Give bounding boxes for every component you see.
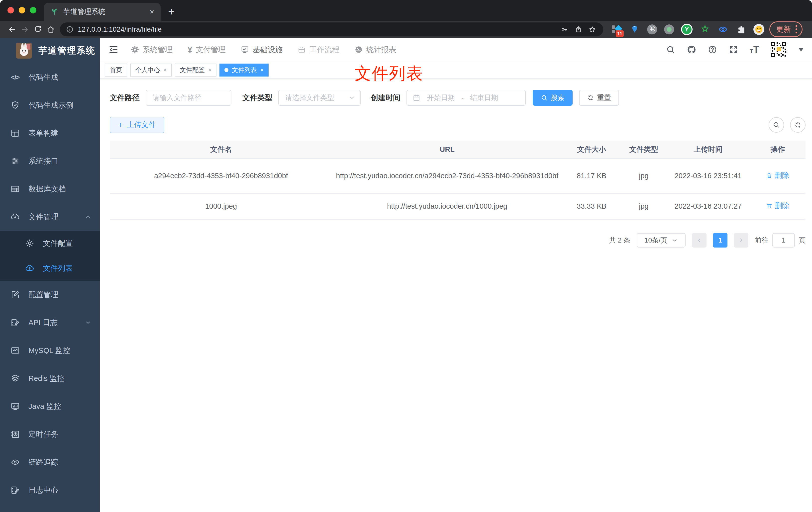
font-size-icon[interactable]: TT xyxy=(750,45,759,54)
tag-profile[interactable]: 个人中心 × xyxy=(130,64,172,77)
file-type-select[interactable]: 请选择文件类型 xyxy=(278,90,360,106)
new-tab-icon[interactable]: + xyxy=(168,6,175,17)
file-management-submenu: 文件配置 文件列表 xyxy=(0,231,100,281)
tag-home[interactable]: 首页 xyxy=(105,64,127,77)
sidebar-item-system-api[interactable]: 系统接口 xyxy=(0,147,100,175)
extension-star-icon[interactable] xyxy=(699,24,710,35)
tag-file-list[interactable]: 文件列表 × xyxy=(220,64,269,77)
sidebar-item-java-monitor[interactable]: Java 监控 xyxy=(0,392,100,420)
tag-close-icon[interactable]: × xyxy=(260,67,264,73)
extension-command-icon[interactable]: ⌘ xyxy=(647,24,657,34)
file-path-input[interactable] xyxy=(146,90,231,106)
toggle-search-button[interactable] xyxy=(768,117,784,132)
table-header-row: 文件名 URL 文件大小 文件类型 上传时间 操作 xyxy=(110,141,806,158)
sidebar-item-api-log[interactable]: API 日志 xyxy=(0,309,100,336)
sidebar-collapse-icon[interactable] xyxy=(108,44,119,55)
end-date-placeholder[interactable]: 结束日期 xyxy=(470,93,498,102)
top-nav-label: 工作流程 xyxy=(310,44,340,55)
sidebar-item-label: 代码生成示例 xyxy=(28,100,73,111)
current-page-button[interactable]: 1 xyxy=(713,233,727,247)
file-type-label: 文件类型 xyxy=(242,93,272,103)
delete-button[interactable]: 删除 xyxy=(766,200,789,212)
address-bar[interactable]: 127.0.0.1:1024/infra/file/file xyxy=(60,23,603,36)
tag-file-config[interactable]: 文件配置 × xyxy=(175,64,216,77)
url-text[interactable]: 127.0.0.1:1024/infra/file/file xyxy=(78,25,555,33)
sidebar-item-form-builder[interactable]: 表单构建 xyxy=(0,119,100,147)
app-title: 芋道管理系统 xyxy=(38,44,95,57)
sidebar-item-code-generation[interactable]: </> 代码生成 xyxy=(0,63,100,91)
top-nav-reports[interactable]: 统计报表 xyxy=(354,44,396,55)
sidebar-item-db-doc[interactable]: 数据库文档 xyxy=(0,175,100,203)
gear-icon xyxy=(131,46,139,54)
trash-icon xyxy=(766,203,773,209)
favicon-leaf-icon xyxy=(50,8,58,16)
window-minimize-button[interactable] xyxy=(19,7,25,13)
browser-menu-icon[interactable] xyxy=(795,25,797,33)
fullscreen-icon[interactable] xyxy=(729,45,738,54)
sidebar-item-file-config[interactable]: 文件配置 xyxy=(0,231,100,256)
window-close-button[interactable] xyxy=(7,7,14,13)
date-range-picker[interactable]: 开始日期 - 结束日期 xyxy=(406,90,526,106)
help-icon[interactable] xyxy=(708,45,717,54)
cell-file-size: 81.17 KB xyxy=(562,158,621,193)
refresh-table-button[interactable] xyxy=(790,117,806,132)
extension-eye-icon[interactable] xyxy=(718,24,728,35)
top-nav-payment[interactable]: ¥ 支付管理 xyxy=(187,44,226,55)
start-date-placeholder[interactable]: 开始日期 xyxy=(427,93,455,102)
update-button[interactable]: 更新 xyxy=(770,22,803,37)
next-page-button[interactable] xyxy=(734,233,748,247)
eye-icon xyxy=(10,457,20,467)
tag-close-icon[interactable]: × xyxy=(164,67,167,73)
top-nav-workflow[interactable]: 工作流程 xyxy=(297,44,340,55)
user-avatar-qr[interactable] xyxy=(771,41,787,58)
sidebar-item-tracing[interactable]: 链路追踪 xyxy=(0,448,100,476)
sidebar-logo[interactable]: 芋道管理系统 xyxy=(0,38,100,63)
extension-dict-icon[interactable]: 11 xyxy=(611,24,622,35)
tab-close-icon[interactable]: × xyxy=(150,7,154,16)
sidebar-item-label: 配置管理 xyxy=(28,290,58,300)
table-row: a294ecb2-73dd-4353-bf40-296b8931d0bf htt… xyxy=(110,158,806,193)
sidebar-item-log-center[interactable]: 日志中心 xyxy=(0,476,100,504)
home-icon[interactable] xyxy=(45,23,57,36)
sidebar-item-config-management[interactable]: 配置管理 xyxy=(0,281,100,309)
bookmark-star-icon[interactable] xyxy=(587,24,597,34)
sidebar-item-file-list[interactable]: 文件列表 xyxy=(0,256,100,281)
delete-button[interactable]: 删除 xyxy=(766,170,789,181)
top-nav-system[interactable]: 系统管理 xyxy=(131,44,173,55)
back-icon[interactable] xyxy=(5,23,19,36)
site-info-icon[interactable] xyxy=(66,25,74,33)
search-icon[interactable] xyxy=(666,45,675,54)
github-icon[interactable] xyxy=(687,45,696,54)
top-nav-infrastructure[interactable]: 基础设施 xyxy=(241,44,283,55)
password-key-icon[interactable] xyxy=(559,24,569,34)
sidebar-item-redis-monitor[interactable]: Redis 监控 xyxy=(0,364,100,392)
sidebar-item-scheduled-tasks[interactable]: 定时任务 xyxy=(0,420,100,448)
sidebar-item-mysql-monitor[interactable]: MySQL 监控 xyxy=(0,336,100,364)
yen-icon: ¥ xyxy=(187,45,192,55)
extension-balloon-icon[interactable] xyxy=(629,24,640,35)
search-button[interactable]: 搜索 xyxy=(533,90,573,106)
extension-y-icon[interactable]: Y xyxy=(681,24,693,35)
tag-close-icon[interactable]: × xyxy=(208,67,211,73)
share-icon[interactable] xyxy=(573,24,583,34)
reset-button[interactable]: 重置 xyxy=(579,90,619,106)
sidebar-item-file-management[interactable]: 文件管理 xyxy=(0,203,100,231)
profile-avatar-icon[interactable] xyxy=(753,24,764,35)
goto-page-input[interactable] xyxy=(772,233,795,247)
avatar-caret-down-icon[interactable] xyxy=(799,48,804,51)
upload-file-button[interactable]: + 上传文件 xyxy=(110,117,164,133)
prev-page-button[interactable] xyxy=(692,233,706,247)
calendar-icon xyxy=(412,94,420,102)
clock-task-icon xyxy=(10,429,20,439)
browser-tab[interactable]: 芋道管理系统 × xyxy=(44,3,161,21)
sidebar-item-code-example[interactable]: 代码生成示例 xyxy=(0,91,100,119)
traffic-lights xyxy=(7,7,36,13)
extensions-puzzle-icon[interactable] xyxy=(735,24,746,35)
page-size-select[interactable]: 10条/页 xyxy=(637,233,686,247)
window-zoom-button[interactable] xyxy=(30,7,36,13)
extension-proxy-icon[interactable] xyxy=(664,24,674,34)
reload-icon[interactable] xyxy=(31,23,45,36)
table-toolbar: + 上传文件 xyxy=(110,117,806,133)
sidebar-item-label: 代码生成 xyxy=(28,72,58,83)
forward-icon[interactable] xyxy=(19,23,31,36)
